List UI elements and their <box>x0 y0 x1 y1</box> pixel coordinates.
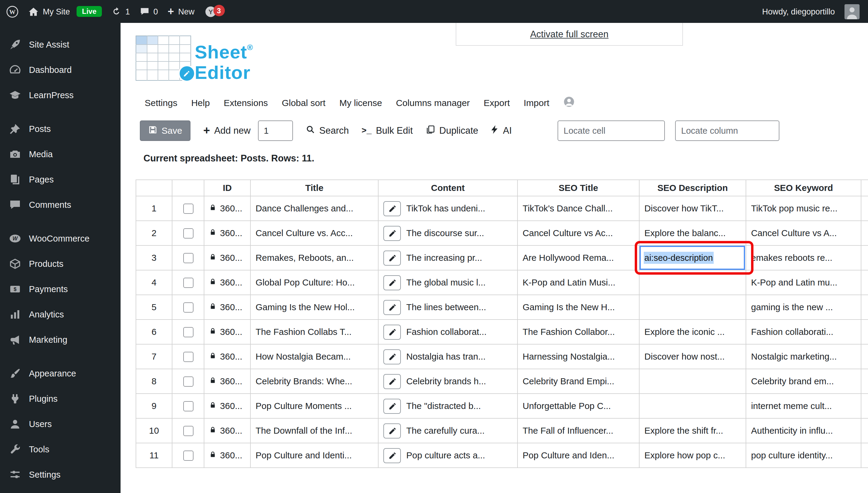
seo-title-cell[interactable]: Gaming Is the New H... <box>517 295 639 320</box>
sidebar-item-pages[interactable]: Pages <box>0 167 121 192</box>
seo-keyword-cell[interactable]: Cancel Culture vs A... <box>746 221 861 245</box>
sidebar-item-payments[interactable]: $ Payments <box>0 276 121 302</box>
edit-content-button[interactable] <box>384 349 401 364</box>
seo-keyword-cell[interactable]: Authenticity in influ... <box>746 418 861 443</box>
activate-fullscreen-link[interactable]: Activate full screen <box>530 28 608 40</box>
id-cell[interactable]: 360... <box>204 270 250 295</box>
seo-title-cell[interactable]: Harnessing Nostalgia... <box>517 344 639 369</box>
sidebar-item-products[interactable]: Products <box>0 251 121 276</box>
edit-content-button[interactable] <box>384 250 401 265</box>
col-header-title[interactable]: Title <box>250 180 378 196</box>
add-new-button[interactable]: + Add new <box>203 125 250 136</box>
content-cell[interactable]: TikTok has undeni... <box>378 196 517 221</box>
row-checkbox[interactable] <box>183 327 193 337</box>
seo-title-cell[interactable]: Pop Culture and Iden... <box>517 443 639 468</box>
account-menu[interactable]: Howdy, diegoportillo <box>762 4 860 19</box>
title-cell[interactable]: The Downfall of the Inf... <box>250 418 378 443</box>
edit-content-button[interactable] <box>384 275 401 290</box>
updates-indicator[interactable]: 1 <box>111 7 130 16</box>
title-cell[interactable]: Dance Challenges and... <box>250 196 378 221</box>
edit-content-button[interactable] <box>384 324 401 339</box>
edit-content-button[interactable] <box>384 423 401 438</box>
user-circle-icon[interactable] <box>563 96 575 110</box>
my-site-menu[interactable]: My Site Live <box>28 6 102 17</box>
row-checkbox[interactable] <box>183 377 193 387</box>
row-number[interactable]: 1 <box>136 196 172 221</box>
edit-content-button[interactable] <box>384 448 401 463</box>
menu-item-my-license[interactable]: My license <box>339 98 382 108</box>
content-cell[interactable]: Celebrity brands h... <box>378 369 517 393</box>
row-number[interactable]: 9 <box>136 393 172 418</box>
seo-keyword-cell[interactable]: K-Pop and Latin mu... <box>746 270 861 295</box>
ai-button[interactable]: AI <box>491 124 512 136</box>
sidebar-item-marketing[interactable]: Marketing <box>0 327 121 352</box>
seo-description-cell[interactable] <box>639 393 746 418</box>
sidebar-item-settings[interactable]: Settings <box>0 462 121 487</box>
row-number[interactable]: 3 <box>136 245 172 270</box>
menu-item-columns-manager[interactable]: Columns manager <box>396 98 470 108</box>
row-number[interactable]: 8 <box>136 369 172 393</box>
seo-description-cell[interactable]: Explore the iconic ... <box>639 320 746 344</box>
row-checkbox[interactable] <box>183 451 193 461</box>
seo-notifications[interactable]: Y 3 <box>204 4 226 19</box>
col-header-seo-description[interactable]: SEO Description <box>639 180 746 196</box>
seo-title-cell[interactable]: The Fashion Collabor... <box>517 320 639 344</box>
row-number[interactable]: 4 <box>136 270 172 295</box>
sidebar-item-analytics[interactable]: Analytics <box>0 302 121 327</box>
seo-title-cell[interactable]: Are Hollywood Rema... <box>517 245 639 270</box>
row-number[interactable]: 10 <box>136 418 172 443</box>
comments-indicator[interactable]: 0 <box>140 7 158 16</box>
content-cell[interactable]: The increasing pr... <box>378 245 517 270</box>
id-cell[interactable]: 360... <box>204 320 250 344</box>
row-checkbox[interactable] <box>183 203 193 214</box>
row-checkbox[interactable] <box>183 278 193 288</box>
menu-item-export[interactable]: Export <box>484 98 510 108</box>
seo-description-cell[interactable] <box>639 270 746 295</box>
cell-editor[interactable]: ai:seo-description <box>640 246 745 270</box>
row-number[interactable]: 7 <box>136 344 172 369</box>
title-cell[interactable]: Gaming Is the New Hol... <box>250 295 378 320</box>
menu-item-import[interactable]: Import <box>524 98 550 108</box>
row-checkbox[interactable] <box>183 253 193 263</box>
seo-description-cell[interactable]: Explore how pop c... <box>639 443 746 468</box>
seo-title-cell[interactable]: K-Pop and Latin Musi... <box>517 270 639 295</box>
seo-keyword-cell[interactable]: internet meme cult... <box>746 393 861 418</box>
seo-title-cell[interactable]: Unforgettable Pop C... <box>517 393 639 418</box>
seo-keyword-cell[interactable]: emakes reboots re... <box>746 245 861 270</box>
row-checkbox[interactable] <box>183 228 193 238</box>
col-header-content[interactable]: Content <box>378 180 517 196</box>
col-header-seo-keyword[interactable]: SEO Keyword <box>746 180 861 196</box>
seo-title-cell[interactable]: The Fall of Influencer... <box>517 418 639 443</box>
row-number[interactable]: 11 <box>136 443 172 468</box>
sidebar-item-plugins[interactable]: Plugins <box>0 386 121 411</box>
title-cell[interactable]: Global Pop Culture: Ho... <box>250 270 378 295</box>
seo-title-cell[interactable]: Cancel Culture vs Ac... <box>517 221 639 245</box>
title-cell[interactable]: Pop Culture Moments ... <box>250 393 378 418</box>
save-button[interactable]: Save <box>140 120 190 141</box>
sidebar-item-tools[interactable]: Tools <box>0 437 121 462</box>
row-number[interactable]: 5 <box>136 295 172 320</box>
title-cell[interactable]: How Nostalgia Becam... <box>250 344 378 369</box>
col-header-id[interactable]: ID <box>204 180 250 196</box>
edit-content-button[interactable] <box>384 300 401 315</box>
search-button[interactable]: Search <box>305 124 349 136</box>
id-cell[interactable]: 360... <box>204 369 250 393</box>
edit-content-button[interactable] <box>384 226 401 241</box>
seo-description-cell[interactable]: Discover how TikT... <box>639 196 746 221</box>
row-number[interactable]: 2 <box>136 221 172 245</box>
seo-description-cell[interactable]: Explore the shift fr... <box>639 418 746 443</box>
content-cell[interactable]: Nostalgia has tran... <box>378 344 517 369</box>
title-cell[interactable]: Celebrity Brands: Whe... <box>250 369 378 393</box>
sidebar-item-site-assist[interactable]: Site Assist <box>0 32 121 57</box>
seo-description-cell[interactable] <box>639 295 746 320</box>
seo-keyword-cell[interactable]: pop culture identity... <box>746 443 861 468</box>
row-checkbox[interactable] <box>183 302 193 313</box>
sidebar-item-users[interactable]: Users <box>0 411 121 437</box>
row-checkbox[interactable] <box>183 352 193 362</box>
title-cell[interactable]: Remakes, Reboots, an... <box>250 245 378 270</box>
sidebar-item-posts[interactable]: Posts <box>0 116 121 142</box>
new-content-menu[interactable]: + New <box>168 6 194 17</box>
sidebar-item-dashboard[interactable]: Dashboard <box>0 57 121 83</box>
menu-item-global-sort[interactable]: Global sort <box>282 98 326 108</box>
edit-content-button[interactable] <box>384 374 401 389</box>
